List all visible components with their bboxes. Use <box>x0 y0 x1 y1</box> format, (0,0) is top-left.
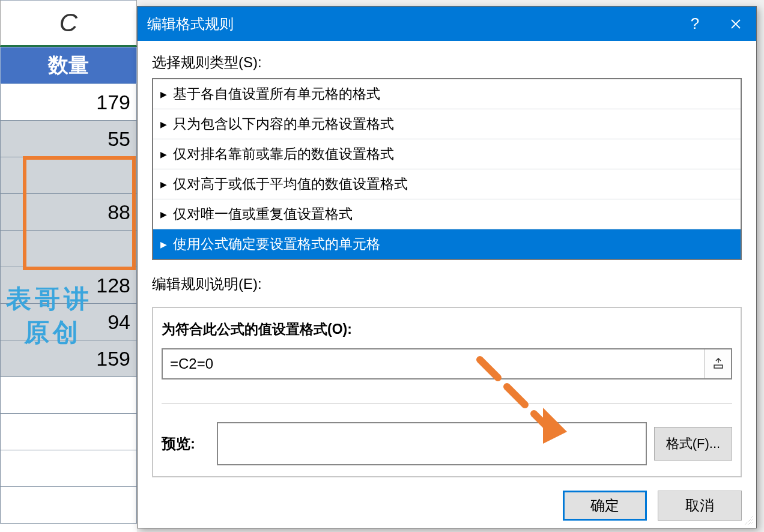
formula-input-row <box>162 348 732 379</box>
triangle-right-icon: ▶ <box>160 180 167 189</box>
cell[interactable]: 128 <box>0 267 137 304</box>
cell[interactable]: 55 <box>0 121 137 157</box>
cell[interactable]: 94 <box>0 304 137 340</box>
cell[interactable] <box>0 414 137 450</box>
rule-type-item[interactable]: ▶仅对排名靠前或靠后的数值设置格式 <box>153 139 741 169</box>
cell[interactable] <box>0 450 137 487</box>
rule-type-item[interactable]: ▶仅对高于或低于平均值的数值设置格式 <box>153 169 741 199</box>
help-button[interactable]: ? <box>675 7 715 41</box>
triangle-right-icon: ▶ <box>160 240 167 249</box>
edit-format-rule-dialog: 编辑格式规则 ? 选择规则类型(S): ▶基于各自值设置所有单元格的格式 ▶只为… <box>137 6 757 528</box>
divider <box>162 404 732 404</box>
ok-button[interactable]: 确定 <box>563 491 647 521</box>
rule-type-item[interactable]: ▶仅对唯一值或重复值设置格式 <box>153 199 741 229</box>
cancel-button[interactable]: 取消 <box>658 491 742 521</box>
column-letter-header[interactable]: C <box>0 0 137 47</box>
svg-rect-0 <box>714 365 723 368</box>
rule-type-item[interactable]: ▶基于各自值设置所有单元格的格式 <box>153 79 741 109</box>
edit-rule-section-label: 编辑规则说明(E): <box>152 274 742 294</box>
cell[interactable]: 88 <box>0 194 137 231</box>
spreadsheet-column: C 数量 179 55 88 128 94 159 表哥讲 原创 <box>0 0 137 532</box>
dialog-title: 编辑格式规则 <box>147 14 234 34</box>
dialog-titlebar[interactable]: 编辑格式规则 ? <box>138 7 756 41</box>
resize-grip-icon[interactable] <box>744 516 754 525</box>
close-icon <box>730 19 741 29</box>
rule-type-section-label: 选择规则类型(S): <box>152 53 742 72</box>
triangle-right-icon: ▶ <box>160 119 167 129</box>
rule-type-list: ▶基于各自值设置所有单元格的格式 ▶只为包含以下内容的单元格设置格式 ▶仅对排名… <box>152 78 742 260</box>
preview-box <box>217 422 647 465</box>
collapse-dialog-icon <box>712 358 724 370</box>
cell[interactable] <box>0 487 137 524</box>
triangle-right-icon: ▶ <box>160 150 167 159</box>
formula-label: 为符合此公式的值设置格式(O): <box>162 320 732 339</box>
edit-rule-panel: 为符合此公式的值设置格式(O): 预览: 格式(F)... <box>152 307 742 477</box>
cell[interactable]: 179 <box>0 84 137 121</box>
range-picker-button[interactable] <box>705 349 731 378</box>
cell[interactable] <box>0 157 137 194</box>
column-title-cell[interactable]: 数量 <box>0 47 137 84</box>
cell[interactable]: 159 <box>0 340 137 377</box>
triangle-right-icon: ▶ <box>160 210 167 219</box>
cell[interactable] <box>0 377 137 414</box>
triangle-right-icon: ▶ <box>160 89 167 99</box>
rule-type-item[interactable]: ▶只为包含以下内容的单元格设置格式 <box>153 109 741 139</box>
formula-input[interactable] <box>163 349 705 378</box>
preview-label: 预览: <box>162 434 210 453</box>
close-button[interactable] <box>715 7 756 41</box>
dialog-button-row: 确定 取消 <box>138 487 756 528</box>
cell[interactable] <box>0 231 137 267</box>
format-button[interactable]: 格式(F)... <box>654 427 732 461</box>
rule-type-item-formula[interactable]: ▶使用公式确定要设置格式的单元格 <box>153 229 741 259</box>
